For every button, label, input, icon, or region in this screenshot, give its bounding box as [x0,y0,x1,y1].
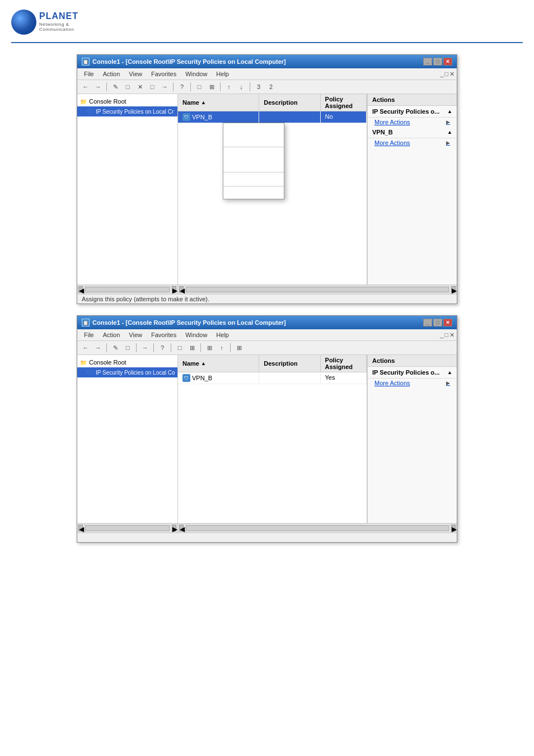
tb-sep-2b [136,343,137,352]
tb-view-1[interactable]: □ [194,82,205,92]
menu-right-close[interactable]: ✕ [449,71,455,78]
left-hscroll-1[interactable] [85,287,170,292]
menu-help-1[interactable]: Help [212,69,233,78]
status-text-2 [82,534,83,541]
action-section-arrow-1: ▲ [447,109,452,114]
close-btn-1[interactable]: ✕ [443,58,452,66]
status-bar-2 [77,533,457,542]
col-header-desc-1[interactable]: Description [259,94,320,111]
title-bar-left-1: 📋 Console1 - [Console Root\IP Security P… [82,58,286,66]
action-more-2[interactable]: More Actions ▶ [368,379,457,388]
title-controls-1[interactable]: _ □ ✕ [423,58,452,66]
tb-paste-1[interactable]: □ [147,82,158,92]
action-more-vpnb-1[interactable]: More Actions ▶ [368,138,457,147]
tb-help-1[interactable]: ? [176,82,188,92]
tb-up-2[interactable]: ⊞ [204,343,215,353]
tb-down-2[interactable]: ↑ [216,343,227,353]
left-scroll-btn-2[interactable]: ◀ [78,525,83,531]
tree-console-root-2[interactable]: 📁 Console Root [77,357,177,367]
menu-favorites-1[interactable]: Favorites [147,69,181,78]
menu-view-1[interactable]: View [124,69,147,78]
menu-window-2[interactable]: Window [181,330,212,339]
tb-up-1[interactable]: ✎ [110,82,121,92]
close-btn-2[interactable]: ✕ [443,319,452,326]
menu-file-1[interactable]: File [79,69,99,78]
menu-action-2[interactable]: Action [99,330,125,339]
ctx-assign-1[interactable]: Assign [223,123,284,134]
ctx-help-1[interactable]: Help [223,188,284,199]
left-scroll-btn-r-1[interactable]: ▶ [172,286,176,293]
left-scroll-btn-r-2[interactable]: ▶ [172,525,176,531]
tb-view-2[interactable]: ⊞ [206,82,217,92]
ctx-rename-1[interactable]: Rename [223,160,284,171]
left-scroll-1: ◀ ▶ [77,285,178,294]
tb-forward-2[interactable]: → [92,343,104,353]
center-hscroll-2[interactable] [186,525,449,531]
title-bar-1: 📋 Console1 - [Console Root\IP Security P… [77,55,457,68]
tb-help-2[interactable]: ? [157,343,168,353]
list-row-vpnb-2[interactable]: 🛡 VPN_B Yes [178,372,367,384]
menu-items-1: File Action View Favorites Window Help [79,69,233,78]
list-cell-assign-1: No [321,111,367,123]
col-header-assign-2[interactable]: Policy Assigned [321,355,367,372]
tb-more-2[interactable]: ⊞ [233,343,245,353]
col-header-name-1[interactable]: Name ▲ [178,94,259,111]
tb-copy-1[interactable]: □ [122,82,133,92]
ctx-alltasks-1[interactable]: All Tasks ▶ [223,134,284,146]
menu-help-2[interactable]: Help [212,330,233,339]
center-scroll-btn-r-1[interactable]: ▶ [451,286,456,293]
center-hscroll-1[interactable] [186,287,449,292]
tb-view-2b[interactable]: ⊞ [186,343,198,353]
col-header-desc-2[interactable]: Description [259,355,320,372]
tb-view-2a[interactable]: □ [174,343,185,353]
logo-globe [11,10,36,35]
tb-num-2[interactable]: 2 [265,82,277,92]
menu-right-min-2[interactable]: _ [440,332,443,339]
menu-right-close-2[interactable]: ✕ [449,332,455,339]
tb-back-1[interactable]: ← [80,82,91,92]
tb-num-1[interactable]: 3 [253,82,264,92]
menu-view-2[interactable]: View [124,330,147,339]
menu-right-max[interactable]: □ [444,71,448,78]
list-cell-assign-2: Yes [321,372,367,384]
right-panel-1: Name ▲ Description Policy Assigned 🛡 VPN… [178,94,457,284]
main-content-2: 📁 Console Root 🛡 IP Security Policies on… [77,355,457,523]
list-cell-desc-1 [259,111,320,123]
list-row-vpnb-1[interactable]: 🛡 VPN_B No Assign All Tasks ▶ [178,111,367,123]
minimize-btn-1[interactable]: _ [423,58,432,66]
tb-sep-5 [250,82,250,91]
col-header-name-2[interactable]: Name ▲ [178,355,259,372]
maximize-btn-2[interactable]: □ [433,319,442,326]
tb-forward-1[interactable]: → [92,82,104,92]
title-controls-2[interactable]: _ □ ✕ [423,319,452,326]
col-header-assign-1[interactable]: Policy Assigned [321,94,367,111]
center-scroll-btn-2[interactable]: ◀ [179,525,184,531]
tree-ipsec-2[interactable]: 🛡 IP Security Policies on Local Co [77,367,177,377]
maximize-btn-1[interactable]: □ [433,58,442,66]
tb-down-dir-1[interactable]: ↓ [236,82,247,92]
tb-sep-2d [171,343,171,352]
tb-undo-1[interactable]: → [159,82,170,92]
tb-up-dir-1[interactable]: ↑ [223,82,235,92]
ctx-properties-1[interactable]: Properties [223,174,284,185]
tb-edit-2[interactable]: ✎ [110,343,121,353]
left-scroll-btn-1[interactable]: ◀ [78,286,83,293]
ctx-delete-1[interactable]: Delete [223,148,284,160]
menu-window-1[interactable]: Window [181,69,212,78]
menu-action-1[interactable]: Action [99,69,125,78]
action-more-1[interactable]: More Actions ▶ [368,118,457,127]
center-scroll-btn-r-2[interactable]: ▶ [451,525,456,531]
left-hscroll-2[interactable] [85,525,170,531]
tb-delete-1[interactable]: ✕ [134,82,146,92]
tb-paste-2[interactable]: → [139,343,151,353]
center-scroll-btn-1[interactable]: ◀ [179,286,184,293]
menu-right-min[interactable]: _ [440,71,443,78]
tb-back-2[interactable]: ← [80,343,91,353]
menu-file-2[interactable]: File [79,330,99,339]
menu-right-max-2[interactable]: □ [444,332,448,339]
tree-ipsec-1[interactable]: 🛡 IP Security Policies on Local Cr [77,106,177,116]
minimize-btn-2[interactable]: _ [423,319,432,326]
tree-console-root-1[interactable]: 📁 Console Root [77,96,177,106]
tb-copy-2[interactable]: □ [122,343,133,353]
menu-favorites-2[interactable]: Favorites [147,330,181,339]
